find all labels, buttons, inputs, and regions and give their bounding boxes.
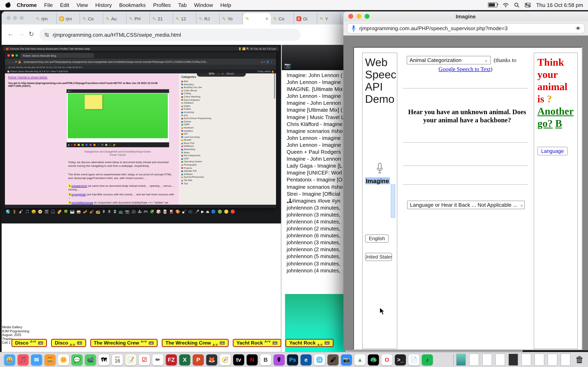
microphone-icon[interactable] <box>351 25 356 32</box>
menu-file[interactable]: File <box>44 2 53 8</box>
browser-tab[interactable]: ✎PH <box>127 13 150 25</box>
media-button-yacht-rock[interactable]: Yacht RockA+V📼 <box>233 339 282 347</box>
browser-tab[interactable]: EGi <box>294 13 317 25</box>
microphone-button[interactable] <box>376 162 384 175</box>
category-link[interactable]: Data Integration <box>181 99 211 101</box>
category-link[interactable]: Land Surveying <box>181 136 211 139</box>
zoom-reset-button[interactable]: Reset <box>226 72 234 75</box>
imagine-address-bar[interactable]: rjmprogramming.com.au/PHP/speech_supervi… <box>347 23 585 33</box>
browser-tab[interactable]: ✎rjm <box>34 13 57 25</box>
dock-messages-icon[interactable]: 💬 <box>71 354 82 365</box>
dock-terminal-icon[interactable]: >_ <box>395 354 406 365</box>
forward-icon[interactable]: → <box>18 30 25 38</box>
dock-firefox-icon[interactable]: 🦊 <box>206 354 217 365</box>
dock-thumbnail[interactable] <box>469 354 479 366</box>
back-icon[interactable]: ← <box>7 30 14 38</box>
browser-tab[interactable]: ✎× <box>243 13 271 25</box>
english-button[interactable]: English <box>365 234 389 243</box>
wifi-icon[interactable] <box>503 3 509 7</box>
category-link[interactable]: Event-Driven Programming <box>181 117 211 120</box>
menu-bookmarks[interactable]: Bookmarks <box>119 2 146 8</box>
zoom-in-button[interactable]: + <box>222 72 224 75</box>
category-link[interactable]: Code::Blocks <box>181 89 211 92</box>
category-link[interactable]: Coding <box>181 92 211 95</box>
dock-thumbnail[interactable] <box>508 354 518 366</box>
address-bar[interactable]: rjmprogramming.com.au/HTMLCSS/swipe_medi… <box>39 29 301 41</box>
apple-menu-icon[interactable]: 🍎 <box>5 2 11 8</box>
dock-podcasts-icon[interactable]: 🎙 <box>274 354 285 365</box>
dock-photoshop-icon[interactable]: Ps <box>287 354 298 365</box>
category-link[interactable]: NetBeans <box>181 145 211 148</box>
category-link[interactable]: Tiki Wiki <box>181 179 211 182</box>
dock-reminders-icon[interactable]: ☑ <box>139 354 150 365</box>
dock-netflix-icon[interactable]: N <box>247 354 258 365</box>
selection-scrollbar[interactable] <box>391 184 395 218</box>
language-select[interactable]: Language or Hear it Back ... Not Applica… <box>407 201 525 209</box>
imagine-title-bar[interactable]: Imagine <box>343 11 588 21</box>
menu-view[interactable]: View <box>77 2 88 8</box>
google-speech-link[interactable]: Google Speech to Text <box>439 66 491 72</box>
dock-spotify-icon[interactable]: ♪ <box>422 354 433 365</box>
browser-tab[interactable]: ✎12 <box>173 13 196 25</box>
category-link[interactable]: Delphi <box>181 105 211 108</box>
window-minimize-button[interactable] <box>13 16 17 20</box>
site-settings-icon[interactable] <box>44 32 49 37</box>
embedded-screenshot[interactable]: 🍎 Chrome File Edit View History Bookmark… <box>2 45 281 224</box>
dock-thumbnail[interactable] <box>521 354 531 366</box>
url-text[interactable]: rjmprogramming.com.au/HTMLCSS/swipe_medi… <box>53 32 181 38</box>
category-link[interactable]: Ajax <box>181 80 211 83</box>
category-link[interactable]: Spectro/Photometer <box>181 176 211 179</box>
category-link[interactable]: Database <box>181 101 211 105</box>
dock-maps-icon[interactable]: 🗺 <box>98 354 109 365</box>
trash-icon[interactable]: 🗑 <box>575 355 584 365</box>
browser-tab[interactable]: ✎Co <box>80 13 103 25</box>
code-link[interactable]: onpageshow <box>71 184 87 187</box>
media-button-yacht-rock[interactable]: Yacht RockA-V📼 <box>286 339 334 347</box>
category-link[interactable]: Not Categorised <box>181 154 211 157</box>
category-link[interactable]: Photography <box>181 164 211 167</box>
category-link[interactable]: Networking <box>181 148 211 151</box>
reload-icon[interactable]: ↻ <box>29 30 34 38</box>
category-link[interactable]: Software <box>181 173 211 176</box>
code-link[interactable]: onvisibilitychange <box>71 201 93 204</box>
browser-tab[interactable]: ✎Au <box>103 13 127 25</box>
dock-chrome-icon[interactable]: 🌐 <box>314 354 325 365</box>
recognized-word[interactable]: Imagine <box>365 177 390 184</box>
imagine-url-text[interactable]: rjmprogramming.com.au/PHP/speech_supervi… <box>359 25 572 31</box>
category-link[interactable]: News <box>181 151 211 154</box>
category-link[interactable]: Signage Poll <box>181 170 211 173</box>
category-link[interactable]: OOP <box>181 157 211 160</box>
category-link[interactable]: Operating System <box>181 160 211 164</box>
dock-finder-icon[interactable]: 😀 <box>4 354 15 365</box>
browser-tab[interactable]: ✎Co <box>271 13 294 25</box>
category-link[interactable]: iOS <box>181 133 211 136</box>
category-link[interactable]: Projects <box>181 167 211 170</box>
dock-mail-icon[interactable]: ✉ <box>31 354 42 365</box>
dock-excel-icon[interactable]: X <box>179 354 190 365</box>
dock-powerpoint-icon[interactable]: P <box>193 354 204 365</box>
menu-tab[interactable]: Tab <box>178 2 187 8</box>
dock-calculator-icon[interactable]: 🧮 <box>44 354 56 365</box>
dock-thumbnail[interactable] <box>535 354 544 366</box>
dock-thumbnail[interactable] <box>456 354 466 366</box>
tab-close-icon[interactable]: × <box>265 16 268 22</box>
dock-photos-icon[interactable]: 🌼 <box>58 354 69 365</box>
dock-gimp-icon[interactable]: 🖌 <box>328 354 338 365</box>
category-link[interactable]: ESL <box>181 114 211 117</box>
dock-drive-icon[interactable]: ▲ <box>355 354 365 365</box>
category-link[interactable]: Installers <box>181 129 211 133</box>
category-link[interactable]: Hardware <box>181 126 211 129</box>
window-zoom-button[interactable] <box>20 16 24 20</box>
primer-tutorial-link[interactable]: Primer Tutorial is shown below. <box>8 76 48 79</box>
category-link[interactable]: Colour Matching <box>181 95 211 99</box>
category-link[interactable]: Tips <box>181 182 211 185</box>
category-link[interactable]: Anything You Like <box>181 86 211 89</box>
dock-freeform-icon[interactable]: ✏ <box>152 354 163 365</box>
active-app-name[interactable]: Chrome <box>17 2 37 8</box>
control-center-icon[interactable] <box>525 3 531 7</box>
dock-zoom-icon[interactable]: 📷 <box>341 354 352 365</box>
menu-bar-clock[interactable]: Thu 16 Oct 6:58 pm <box>536 2 583 8</box>
menu-help[interactable]: Help <box>220 2 231 8</box>
back-link[interactable]: B <box>555 118 562 129</box>
window-close-button[interactable] <box>7 16 11 20</box>
